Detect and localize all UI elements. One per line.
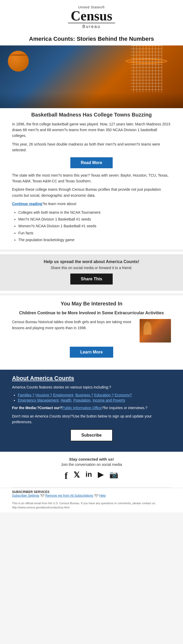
section-divider-1 [0, 250, 183, 252]
link-education[interactable]: Education,? [94, 393, 114, 397]
official-notice: This is an official email from the U.S. … [0, 500, 183, 512]
media-label: For the Media:?Contact our? [12, 406, 62, 410]
section-divider-2 [0, 293, 183, 295]
subscribe-container: Subscribe [12, 429, 171, 441]
about-intro: America Counts features stories on vario… [12, 384, 171, 390]
sub-article-text: Census Bureau historical tables show bot… [12, 319, 136, 331]
youtube-icon[interactable]: ▶ [98, 470, 104, 481]
about-links-list-1: Families,? Housing,? Employment, Busines… [18, 393, 171, 402]
share-this-button[interactable]: Share This [70, 274, 113, 285]
bullet-item-3: Women?s NCAA Division 1 Basketball #1 se… [18, 223, 171, 229]
subscriber-sep2: ?|? [94, 494, 99, 497]
article-title: Basketball Madness Has College Towns Buz… [12, 111, 171, 118]
logo-bureau-text: Bureau [68, 23, 115, 29]
about-links-row2: Emergency Management, Health, Population… [18, 398, 171, 402]
basketball-net-graphic [131, 45, 162, 92]
link-economy[interactable]: Economy? [115, 393, 132, 397]
bullet-list: Colleges with both teams in the NCAA Tou… [18, 210, 171, 243]
about-media-text: For the Media:?Contact our?Public Inform… [12, 405, 171, 411]
logo-area: United States® Census Bureau [3, 5, 180, 29]
interested-section: You May Be Interested In Children Contin… [0, 295, 183, 367]
interested-title: You May Be Interested In [12, 301, 171, 307]
help-link[interactable]: Help [99, 494, 106, 497]
link-population[interactable]: Population, [73, 398, 92, 402]
about-links-row1: Families,? Housing,? Employment, Busines… [18, 393, 171, 397]
sub-article-image [140, 319, 171, 343]
about-title: About America Counts [12, 375, 171, 382]
page-title: America Counts: Stories Behind the Numbe… [0, 32, 183, 45]
join-text: Join the conversation on social media [12, 462, 171, 467]
learn-more-button[interactable]: Learn More [70, 347, 113, 358]
stay-connected-text: Stay connected with us! [12, 457, 171, 461]
share-box-title: Help us spread the word about America Co… [12, 259, 171, 264]
article-para1: In 1896, the first college basketball ga… [12, 121, 171, 139]
hero-overlay [0, 92, 183, 108]
article-para4: Explore these college towns through Cens… [12, 187, 171, 198]
subscribe-button[interactable]: Subscribe [70, 429, 112, 441]
hero-image [0, 45, 183, 108]
subscriber-settings-link[interactable]: Subscriber Settings [12, 494, 39, 497]
subscriber-services: SUBSCRIBER SERVICES Subscriber Settings … [0, 488, 183, 500]
share-box: Help us spread the word about America Co… [0, 254, 183, 291]
article-para2: This year, 26 schools have double madnes… [12, 141, 171, 153]
logo-census-text: Census [71, 9, 112, 23]
social-icons: f 𝕏 in ▶ 📷 [12, 470, 171, 481]
link-income[interactable]: Income and Poverty [93, 398, 125, 402]
remove-subscriptions-link[interactable]: Remove me from All Subscriptions [45, 494, 93, 497]
link-housing[interactable]: Housing,? [36, 393, 52, 397]
link-business[interactable]: Business,? [75, 393, 93, 397]
about-section: About America Counts America Counts feat… [0, 370, 183, 452]
link-families[interactable]: Families,? [18, 393, 35, 397]
share-box-subtitle: Share this on social media or forward it… [12, 266, 171, 270]
about-title-link[interactable]: America Counts [30, 375, 74, 381]
subscriber-label: SUBSCRIBER SERVICES [12, 490, 49, 494]
continue-reading-suffix: ?to learn more about: [42, 202, 77, 206]
public-info-link[interactable]: Public Information Office [62, 406, 102, 410]
sub-article-title: Children Continue to be More Involved in… [12, 310, 171, 316]
sub-article-content: Census Bureau historical tables show bot… [12, 319, 171, 343]
link-emergency[interactable]: Emergency Management, [18, 398, 60, 402]
about-title-prefix: About [12, 375, 30, 381]
footer-social: Stay connected with us! Join the convers… [0, 452, 183, 488]
twitter-icon[interactable]: 𝕏 [73, 470, 80, 481]
bullet-item-5: The population bracketology game [18, 237, 171, 243]
about-signup-text: Don't miss an America Counts story!?Use … [12, 413, 171, 425]
bullet-item-1: Colleges with both teams in the NCAA Tou… [18, 210, 171, 215]
read-more-button[interactable]: Read More [70, 157, 113, 168]
instagram-icon[interactable]: 📷 [109, 470, 118, 481]
article-para3: The state with the most men?s teams this… [12, 172, 171, 184]
media-suffix: ?for inquiries or interviews.? [102, 406, 147, 410]
read-more-container: Read More [12, 157, 171, 168]
continue-reading-text: Continue reading?to learn more about: [12, 201, 171, 207]
email-wrapper: United States® Census Bureau America Cou… [0, 0, 183, 512]
link-health[interactable]: Health, [61, 398, 72, 402]
bullet-item-2: Men?s NCAA Division 1 Basketball #1 seed… [18, 216, 171, 222]
subscriber-sep1: ?|? [40, 494, 45, 497]
linkedin-icon[interactable]: in [85, 470, 92, 481]
learn-more-container: Learn More [12, 347, 171, 358]
facebook-icon[interactable]: f [65, 470, 68, 481]
continue-reading-link[interactable]: Continue reading [12, 202, 42, 206]
link-employment[interactable]: Employment, [53, 393, 75, 397]
article-body: In 1896, the first college basketball ga… [12, 121, 171, 153]
header: United States® Census Bureau [0, 0, 183, 32]
basketball-graphic [8, 51, 29, 72]
article-section: Basketball Madness Has College Towns Buz… [0, 108, 183, 250]
article-body-2: The state with the most men?s teams this… [12, 172, 171, 243]
bullet-item-4: Fun facts [18, 230, 171, 236]
